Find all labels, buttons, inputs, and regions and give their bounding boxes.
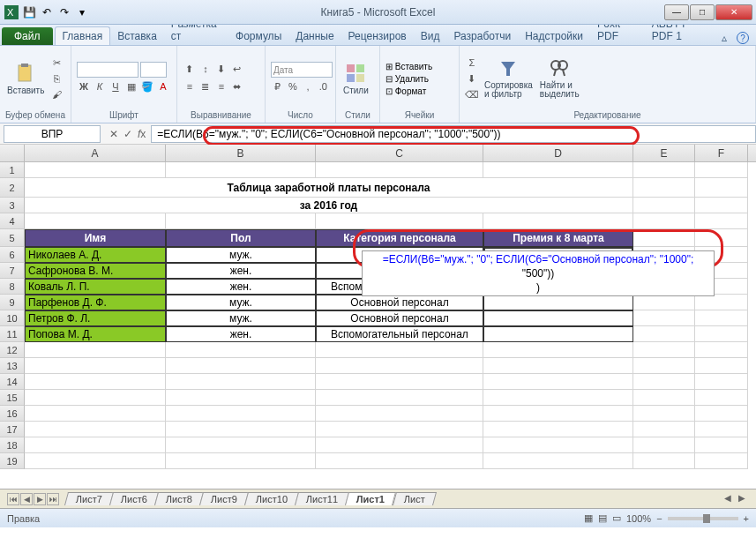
currency-icon[interactable]: ₽ <box>271 79 284 93</box>
tab-formulas[interactable]: Формулы <box>228 27 288 45</box>
minimize-button[interactable]: — <box>664 4 689 20</box>
name-cell[interactable]: Попова М. Д. <box>25 326 166 342</box>
number-format-combo[interactable]: Дата <box>271 62 333 78</box>
underline-icon[interactable]: Ч <box>109 79 123 93</box>
align-bot-icon[interactable]: ⬇ <box>214 62 228 76</box>
name-cell[interactable]: Коваль Л. П. <box>25 279 166 295</box>
align-top-icon[interactable]: ⬆ <box>183 62 197 76</box>
cat-cell[interactable]: Вспомогательный персонал <box>316 326 483 342</box>
row-8[interactable]: 8 <box>0 279 25 295</box>
row-1[interactable]: 1 <box>0 162 25 178</box>
worksheet-grid[interactable]: A B C D E F 1 2Таблица заработной платы … <box>0 145 756 489</box>
sex-cell[interactable]: жен. <box>166 263 316 279</box>
fontsize-combo[interactable] <box>140 62 167 78</box>
row-13[interactable]: 13 <box>0 358 25 374</box>
name-box[interactable]: ВПР <box>4 125 101 143</box>
sheet-tab[interactable]: Лист10 <box>244 492 299 505</box>
redo-icon[interactable]: ↷ <box>56 4 72 20</box>
align-center-icon[interactable]: ≣ <box>198 79 213 93</box>
sheet-tab[interactable]: Лист11 <box>295 492 349 505</box>
row-7[interactable]: 7 <box>0 263 25 279</box>
wrap-icon[interactable]: ↩ <box>230 62 244 76</box>
comma-icon[interactable]: , <box>301 79 314 93</box>
name-cell[interactable]: Николаев А. Д. <box>25 247 166 263</box>
formula-input[interactable]: =ЕСЛИ(B6="муж."; "0"; ЕСЛИ(C6="Основной … <box>151 125 756 143</box>
tab-data[interactable]: Данные <box>288 27 341 45</box>
row-3[interactable]: 3 <box>0 198 25 213</box>
col-D[interactable]: D <box>483 145 633 161</box>
cut-icon[interactable]: ✂ <box>49 56 64 70</box>
zoom-in-icon[interactable]: + <box>744 513 749 524</box>
row-19[interactable]: 19 <box>0 453 25 469</box>
sheet-tab[interactable]: Лист8 <box>154 492 204 505</box>
sheet-tab[interactable]: Лист7 <box>64 492 114 505</box>
sum-icon[interactable]: Σ <box>465 56 479 70</box>
minimize-ribbon-icon[interactable]: ▵ <box>717 31 731 45</box>
view-break-icon[interactable]: ▭ <box>612 512 621 524</box>
copy-icon[interactable]: ⎘ <box>49 71 64 86</box>
sheet-nav-last-icon[interactable]: ⏭ <box>47 493 59 505</box>
tab-addons[interactable]: Надстройки <box>518 27 590 45</box>
select-all-corner[interactable] <box>0 145 25 161</box>
zoom-value[interactable]: 100% <box>626 513 651 524</box>
sheet-nav-prev-icon[interactable]: ◀ <box>20 493 33 505</box>
cat-cell[interactable]: Основной персонал <box>316 310 483 326</box>
tab-view[interactable]: Вид <box>414 27 447 45</box>
sex-cell[interactable]: жен. <box>166 326 316 342</box>
format-painter-icon[interactable]: 🖌 <box>49 87 64 101</box>
zoom-out-icon[interactable]: − <box>656 513 662 524</box>
name-cell[interactable]: Сафронова В. М. <box>25 263 166 279</box>
sheet-tab-active[interactable]: Лист1 <box>345 492 396 505</box>
find-button[interactable]: Найти и выделить <box>538 56 581 101</box>
sheet-nav-first-icon[interactable]: ⏮ <box>7 493 19 505</box>
row-10[interactable]: 10 <box>0 310 25 326</box>
row-4[interactable]: 4 <box>0 213 25 229</box>
help-icon[interactable]: ? <box>737 32 749 44</box>
font-combo[interactable] <box>77 62 138 78</box>
col-C[interactable]: C <box>316 145 483 161</box>
sex-cell[interactable]: муж. <box>166 295 316 310</box>
view-layout-icon[interactable]: ▤ <box>598 512 607 524</box>
maximize-button[interactable]: □ <box>690 4 715 20</box>
sex-cell[interactable]: муж. <box>166 247 316 263</box>
row-15[interactable]: 15 <box>0 390 25 406</box>
col-B[interactable]: B <box>166 145 316 161</box>
col-E[interactable]: E <box>633 145 695 161</box>
sort-filter-button[interactable]: Сортировка и фильтр <box>483 56 535 101</box>
fontcolor-icon[interactable]: A <box>156 79 170 93</box>
merge-icon[interactable]: ⬌ <box>230 79 244 93</box>
italic-icon[interactable]: К <box>93 79 107 93</box>
row-12[interactable]: 12 <box>0 342 25 358</box>
sheet-tab[interactable]: Лист9 <box>199 492 249 505</box>
hscroll-left-icon[interactable]: ◀ <box>724 493 737 505</box>
undo-icon[interactable]: ↶ <box>39 4 55 20</box>
bonus-cell[interactable] <box>483 310 633 326</box>
sheet-tab[interactable]: Лист6 <box>109 492 159 505</box>
cat-cell[interactable]: Основной персонал <box>316 295 483 310</box>
col-F[interactable]: F <box>695 145 748 161</box>
tab-insert[interactable]: Вставка <box>110 27 164 45</box>
name-cell[interactable]: Парфенов Д. Ф. <box>25 295 166 310</box>
row-16[interactable]: 16 <box>0 406 25 422</box>
clear-icon[interactable]: ⌫ <box>465 87 479 101</box>
row-6[interactable]: 6 <box>0 247 25 263</box>
sex-cell[interactable]: муж. <box>166 310 316 326</box>
percent-icon[interactable]: % <box>286 79 299 93</box>
sheet-tab[interactable]: Лист <box>393 492 437 505</box>
row-9[interactable]: 9 <box>0 295 25 310</box>
qat-dropdown-icon[interactable]: ▾ <box>74 4 90 20</box>
tab-review[interactable]: Рецензиров <box>341 27 414 45</box>
hscroll-right-icon[interactable]: ▶ <box>738 493 751 505</box>
bonus-cell[interactable] <box>483 295 633 310</box>
align-mid-icon[interactable]: ↕ <box>198 62 213 76</box>
row-2[interactable]: 2 <box>0 178 25 198</box>
fill-icon[interactable]: 🪣 <box>140 79 154 93</box>
row-17[interactable]: 17 <box>0 422 25 437</box>
save-icon[interactable]: 💾 <box>21 4 37 20</box>
row-5[interactable]: 5 <box>0 229 25 247</box>
fill-down-icon[interactable]: ⬇ <box>465 71 479 86</box>
tab-developer[interactable]: Разработчи <box>446 27 518 45</box>
col-A[interactable]: A <box>25 145 166 161</box>
paste-button[interactable]: Вставить <box>5 61 46 97</box>
view-normal-icon[interactable]: ▦ <box>584 512 593 524</box>
